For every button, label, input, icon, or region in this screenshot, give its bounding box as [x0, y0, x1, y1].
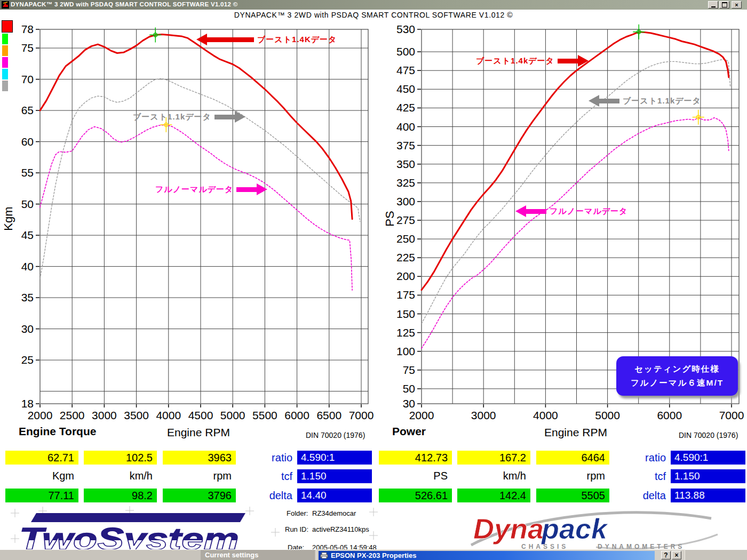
tcf-label: tcf	[250, 469, 292, 483]
svg-text:225: 225	[396, 251, 415, 263]
epson-help-button[interactable]: ?	[661, 551, 671, 559]
window-title: DYNAPACK™ 3 2WD with PSDAQ SMART CONTROL…	[11, 1, 237, 7]
tcf-value: 1.150	[297, 469, 372, 483]
svg-text:2000: 2000	[409, 409, 434, 421]
arrow-left-icon	[196, 34, 207, 45]
swatch-cyan[interactable]	[2, 69, 8, 79]
svg-text:2000: 2000	[28, 409, 53, 421]
tcf-label: tcf	[623, 469, 666, 483]
arrow-right-icon	[257, 183, 267, 195]
arrow-left-icon	[589, 95, 599, 107]
svg-text:35: 35	[21, 291, 34, 303]
svg-text:375: 375	[396, 139, 415, 151]
peak-speed-value: 142.4	[457, 489, 530, 502]
svg-text:55: 55	[21, 166, 34, 179]
cursor-speed-value: 102.5	[84, 451, 157, 465]
annotation-label: ブースト1.4kデータ	[476, 56, 554, 66]
annotation-label: ブースト1.4Kデータ	[257, 35, 337, 45]
page-title: DYNAPACK™ 3 2WD with PSDAQ SMART CONTROL…	[0, 11, 747, 19]
svg-text:250: 250	[396, 233, 415, 245]
svg-text:7000: 7000	[349, 409, 374, 421]
power-standard-label: DIN 70020 (1976)	[679, 431, 738, 439]
svg-text:6500: 6500	[316, 409, 341, 421]
delta-value: 14.40	[297, 489, 372, 502]
svg-text:75: 75	[21, 42, 34, 54]
power-chart-title: Power	[392, 425, 426, 438]
minimize-button[interactable]	[708, 1, 718, 9]
dynapack-wordmark: Dynapack	[473, 513, 609, 545]
delta-value: 113.88	[671, 489, 745, 502]
svg-text:450: 450	[396, 83, 415, 95]
annotation-torque-boost14k: ブースト1.4Kデータ	[196, 34, 340, 45]
svg-text:500: 500	[396, 45, 415, 58]
svg-text:325: 325	[396, 177, 415, 189]
unit-kgm: Kgm	[5, 469, 78, 483]
annotation-label: フルノーマルデータ	[155, 185, 233, 195]
ratio-label: ratio	[623, 451, 666, 465]
svg-text:65: 65	[21, 104, 34, 116]
annotation-torque-boost11k: ブースト1.1kデータ	[130, 111, 245, 123]
svg-text:6000: 6000	[284, 409, 309, 421]
svg-text:400: 400	[396, 121, 415, 133]
svg-text:4000: 4000	[156, 409, 181, 421]
arrow-left-icon	[515, 205, 526, 217]
swatch-green[interactable]	[2, 34, 8, 44]
svg-text:50: 50	[403, 382, 415, 395]
restore-button[interactable]	[719, 1, 729, 9]
svg-text:475: 475	[396, 64, 415, 76]
title-bar: DYNAPACK™ 3 2WD with PSDAQ SMART CONTROL…	[0, 0, 747, 10]
svg-text:60: 60	[21, 135, 34, 148]
runid-value: activeRZ34110kps	[312, 525, 369, 533]
svg-text:300: 300	[396, 195, 415, 207]
svg-text:5500: 5500	[252, 409, 277, 421]
svg-text:3000: 3000	[92, 409, 117, 421]
arrow-body	[236, 187, 257, 192]
peak-rpm-value: 5505	[536, 489, 609, 502]
dynapack-logo: Dynapack CHASSIS DYNAMOMETERS	[462, 506, 724, 553]
close-button[interactable]: ×	[732, 1, 742, 9]
annotation-label: ブースト1.1kデータ	[133, 112, 211, 122]
unit-kmh: km/h	[457, 469, 530, 483]
swatch-red[interactable]	[2, 20, 13, 33]
svg-text:30: 30	[403, 397, 415, 410]
arrow-body	[599, 99, 619, 103]
dynapack-blue-part: pack	[541, 513, 609, 545]
peak-torque-value: 77.11	[5, 489, 78, 502]
annotation-power-boost14k: ブースト1.4kデータ	[473, 55, 589, 67]
cursor-torque-value: 62.71	[5, 451, 78, 465]
peak-power-value: 526.61	[379, 489, 452, 502]
svg-text:75: 75	[403, 364, 415, 376]
cursor-rpm-value: 6464	[536, 451, 609, 465]
folder-label: Folder:	[287, 509, 308, 517]
arrow-body	[207, 37, 254, 42]
svg-text:25: 25	[21, 354, 34, 366]
svg-text:530: 530	[396, 23, 415, 35]
ratio-value: 4.590:1	[297, 451, 372, 465]
svg-text:Kgm: Kgm	[2, 206, 15, 230]
swatch-gray[interactable]	[2, 81, 8, 91]
svg-text:PS: PS	[383, 211, 396, 226]
delta-label: delta	[623, 489, 666, 502]
arrow-right-icon	[235, 111, 245, 123]
epson-title-bar[interactable]: EPSON PX-203 Properties	[319, 551, 655, 560]
unit-rpm: rpm	[163, 469, 236, 483]
svg-text:2500: 2500	[60, 409, 85, 421]
epson-properties-window[interactable]: EPSON PX-203 Properties ? ×	[316, 549, 685, 560]
taskbar-current-settings[interactable]: Current settings	[201, 550, 315, 560]
cursor-rpm-value: 3963	[163, 451, 236, 465]
annotation-label: ブースト1.1kデータ	[623, 96, 701, 106]
swatch-orange[interactable]	[2, 45, 8, 56]
ratio-label: ratio	[250, 451, 292, 465]
info-line1: セッティング時仕様	[634, 362, 720, 376]
cursor-power-value: 412.73	[379, 451, 452, 465]
swatch-magenta[interactable]	[2, 57, 8, 68]
setting-info-box: セッティング時仕様 フルノーマル６速M/T	[616, 356, 738, 396]
svg-text:3000: 3000	[471, 409, 496, 421]
svg-text:200: 200	[396, 270, 415, 282]
svg-text:50: 50	[21, 198, 34, 210]
epson-close-button[interactable]: ×	[672, 551, 681, 559]
app-window: DYNAPACK™ 3 2WD with PSDAQ SMART CONTROL…	[0, 0, 747, 560]
torque-standard-label: DIN 70020 (1976)	[306, 431, 365, 439]
arrow-right-icon	[578, 55, 589, 67]
arrow-body	[558, 59, 578, 63]
